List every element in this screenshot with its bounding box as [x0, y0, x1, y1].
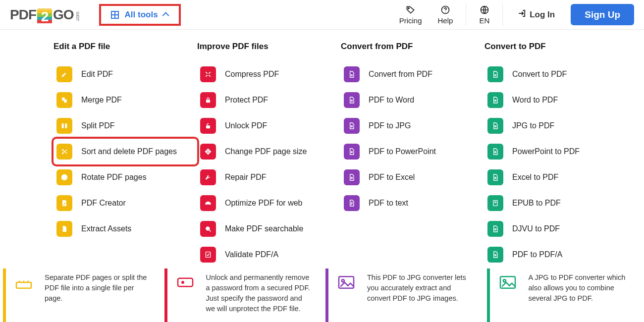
tool-label: Convert to PDF: [512, 70, 567, 79]
tool-label: PDF to PDF/A: [512, 250, 562, 259]
tool-label: Excel to PDF: [512, 173, 558, 182]
tool-pdf-to-text[interactable]: PDF to text: [341, 190, 484, 216]
tool-unlock-pdf[interactable]: Unlock PDF: [197, 113, 341, 139]
search-icon: [200, 221, 216, 237]
tool-validate-pdfa[interactable]: Validate PDF/A: [197, 242, 341, 268]
svg-rect-6: [62, 123, 64, 128]
login-button[interactable]: Log In: [508, 0, 565, 29]
tool-pdf-to-excel[interactable]: PDF to Excel: [341, 164, 484, 190]
card-pdf-to-jpg[interactable]: This PDF to JPG converter lets you accur…: [325, 268, 480, 322]
file-icon: [487, 247, 503, 263]
tool-label: Edit PDF: [81, 70, 113, 79]
svg-rect-7: [65, 123, 67, 128]
tool-ppt-to-pdf[interactable]: PowerPoint to PDF: [484, 139, 628, 164]
tool-jpg-to-pdf[interactable]: JPG to PDF: [484, 113, 628, 139]
tool-label: Split PDF: [81, 121, 115, 130]
file-icon: [487, 92, 503, 108]
tool-edit-pdf[interactable]: Edit PDF: [54, 61, 197, 87]
tool-split-pdf[interactable]: Split PDF: [54, 113, 197, 139]
tool-label: PDF to Excel: [369, 173, 415, 182]
svg-point-17: [182, 281, 183, 283]
password-icon: [173, 272, 197, 292]
svg-rect-16: [178, 278, 193, 287]
svg-point-0: [408, 7, 409, 8]
nav-help-label: Help: [438, 16, 453, 25]
nav-language[interactable]: EN: [471, 0, 497, 29]
help-icon: [440, 5, 450, 16]
tool-epub-to-pdf[interactable]: EPUB to PDF: [484, 190, 628, 216]
svg-rect-10: [206, 100, 210, 103]
file-icon: [487, 169, 503, 185]
login-label: Log In: [530, 10, 555, 20]
tool-label: Make PDF searchable: [225, 224, 303, 233]
scissors-icon: [56, 144, 72, 160]
tool-optimize-web[interactable]: Optimize PDF for web: [197, 190, 341, 216]
svg-point-2: [445, 11, 445, 12]
card-jpg-to-pdf[interactable]: A JPG to PDF converter which also allows…: [487, 268, 642, 322]
tool-label: Compress PDF: [225, 70, 279, 79]
tool-word-to-pdf[interactable]: Word to PDF: [484, 87, 628, 113]
tool-compress-pdf[interactable]: Compress PDF: [197, 61, 341, 87]
file-icon: [344, 66, 360, 82]
tool-label: PDF Creator: [81, 199, 126, 208]
svg-rect-5: [64, 100, 66, 103]
tag-icon: [406, 5, 416, 16]
all-tools-button[interactable]: All tools: [100, 5, 180, 25]
tool-repair-pdf[interactable]: Repair PDF: [197, 164, 341, 190]
nav-pricing-label: Pricing: [399, 16, 422, 25]
card-unlock[interactable]: Unlock and permanently remove a password…: [164, 268, 319, 322]
tool-rotate-pdf[interactable]: Rotate PDF pages: [54, 164, 197, 190]
tool-pdf-to-pdfa[interactable]: PDF to PDF/A: [484, 242, 628, 268]
tool-convert-to-pdf[interactable]: Convert to PDF: [484, 61, 628, 87]
tool-protect-pdf[interactable]: Protect PDF: [197, 87, 341, 113]
wrench-icon: [200, 169, 216, 185]
col-improve-title: Improve PDF files: [197, 42, 341, 52]
merge-icon: [56, 92, 72, 108]
resize-icon: [200, 144, 216, 160]
chevron-up-icon: [162, 12, 169, 19]
tool-convert-from-pdf[interactable]: Convert from PDF: [341, 61, 484, 87]
tool-pdf-to-ppt[interactable]: PDF to PowerPoint: [341, 139, 484, 164]
file-icon: [56, 221, 72, 237]
tool-page-size[interactable]: Change PDF page size: [197, 139, 341, 164]
tool-label: Unlock PDF: [225, 121, 267, 130]
image-icon: [496, 272, 520, 292]
tool-extract-assets[interactable]: Extract Assets: [54, 216, 197, 242]
tool-pdf-to-word[interactable]: PDF to Word: [341, 87, 484, 113]
signup-button[interactable]: Sign Up: [571, 4, 634, 25]
col-edit-title: Edit a PDF file: [54, 42, 197, 52]
unlock-icon: [200, 118, 216, 134]
tool-sort-delete-pdf[interactable]: Sort and delete PDF pages: [54, 139, 197, 164]
tool-pdf-to-jpg[interactable]: PDF to JPG: [341, 113, 484, 139]
tool-searchable[interactable]: Make PDF searchable: [197, 216, 341, 242]
all-tools-label: All tools: [125, 10, 158, 20]
tool-label: EPUB to PDF: [512, 199, 561, 208]
file-icon: [487, 118, 503, 134]
nav-pricing[interactable]: Pricing: [391, 0, 430, 29]
signup-label: Sign Up: [585, 9, 620, 20]
col-improve: Improve PDF files Compress PDF Protect P…: [197, 42, 341, 268]
compress-icon: [200, 66, 216, 82]
tool-merge-pdf[interactable]: Merge PDF: [54, 87, 197, 113]
tool-excel-to-pdf[interactable]: Excel to PDF: [484, 164, 628, 190]
tool-djvu-to-pdf[interactable]: DJVU to PDF: [484, 216, 628, 242]
feature-cards: Separate PDF pages or split the PDF file…: [0, 268, 644, 322]
rotate-icon: [56, 169, 72, 185]
tool-label: Convert from PDF: [369, 70, 432, 79]
col-to-title: Convert to PDF: [484, 42, 628, 52]
svg-point-19: [342, 279, 344, 282]
tool-label: JPG to PDF: [512, 121, 554, 130]
split-icon: [56, 118, 72, 134]
card-split[interactable]: Separate PDF pages or split the PDF file…: [3, 268, 158, 322]
col-edit: Edit a PDF file Edit PDF Merge PDF Split…: [54, 42, 197, 268]
lock-icon: [200, 92, 216, 108]
tool-label: Change PDF page size: [225, 147, 307, 156]
tool-pdf-creator[interactable]: PDF Creator: [54, 190, 197, 216]
split-icon: [12, 272, 36, 292]
file-icon: [487, 144, 503, 160]
file-icon: [487, 221, 503, 237]
nav-help[interactable]: Help: [430, 0, 461, 29]
tool-label: Extract Assets: [81, 224, 131, 233]
logo[interactable]: PDF2GO.com: [10, 6, 80, 23]
tool-label: PDF to PowerPoint: [369, 147, 436, 156]
